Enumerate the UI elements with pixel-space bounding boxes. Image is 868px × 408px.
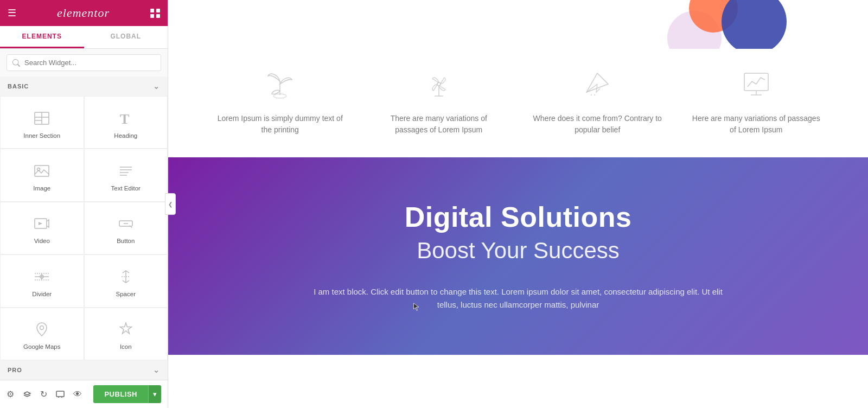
heading-icon: T	[117, 109, 135, 128]
sidebar-tabs: ELEMENTS GLOBAL	[0, 26, 168, 49]
canvas-top-deco	[168, 0, 868, 49]
widget-divider[interactable]: Divider	[0, 254, 84, 307]
widget-divider-label: Divider	[32, 291, 52, 297]
google-maps-icon	[33, 320, 50, 339]
basic-section-header[interactable]: BASIC ⌄	[0, 76, 168, 96]
widget-video-label: Video	[34, 238, 50, 244]
sidebar-bottom: ⚙ ↻ 👁 PUBLISH ▾	[0, 380, 168, 408]
elementor-logo: elementor	[57, 6, 110, 20]
svg-rect-34	[744, 73, 768, 91]
icon-widget-icon	[117, 320, 135, 339]
divider-icon	[33, 267, 50, 286]
hero-section: Digital Solutions Boost Your Success I a…	[168, 157, 868, 355]
search-input[interactable]	[7, 54, 161, 71]
widget-inner-section[interactable]: Inner Section	[0, 96, 84, 149]
widget-google-maps-label: Google Maps	[23, 343, 60, 350]
spacer-icon	[117, 267, 135, 286]
widget-icon[interactable]: Icon	[84, 308, 168, 360]
tab-elements[interactable]: ELEMENTS	[0, 26, 84, 48]
feature-text-2: Where does it come from? Contrary to pop…	[532, 113, 662, 136]
feature-icon-monitor-chart	[737, 65, 775, 103]
widget-button-label: Button	[117, 238, 135, 244]
preview-icon[interactable]: 👁	[73, 390, 82, 399]
feature-text-0: Lorem Ipsum is simply dummy text of the …	[215, 113, 345, 136]
hero-title: Digital Solutions	[405, 201, 632, 233]
sidebar: ☰ elementor ELEMENTS GLOBAL BASIC ⌄	[0, 0, 168, 408]
inner-section-icon	[33, 109, 50, 128]
image-icon	[33, 161, 50, 181]
widget-button[interactable]: Button	[84, 202, 168, 254]
responsive-icon[interactable]	[56, 389, 65, 400]
widget-icon-label: Icon	[120, 343, 132, 350]
deco-circle-blue	[722, 0, 787, 49]
svg-point-27	[437, 82, 441, 86]
svg-rect-23	[56, 391, 64, 397]
grid-icon[interactable]	[150, 9, 160, 18]
svg-rect-5	[35, 165, 49, 176]
feature-text-3: Here are many variations of passages of …	[691, 113, 821, 136]
hero-body: I am text block. Click edit button to ch…	[307, 285, 730, 311]
sidebar-header: ☰ elementor	[0, 0, 168, 26]
text-editor-icon	[117, 161, 135, 181]
basic-chevron-icon: ⌄	[153, 82, 160, 91]
hamburger-icon[interactable]: ☰	[8, 7, 16, 19]
tab-global[interactable]: GLOBAL	[84, 26, 168, 48]
feature-text-1: There are many variations of passages of…	[374, 113, 504, 136]
feature-icon-plant	[261, 65, 299, 103]
basic-section-label: BASIC	[8, 83, 29, 90]
svg-text:T: T	[120, 111, 129, 127]
button-icon	[117, 214, 135, 233]
feature-icon-pinwheel	[420, 65, 458, 103]
widgets-grid: Inner Section T Heading Image	[0, 96, 168, 360]
widget-spacer[interactable]: Spacer	[84, 254, 168, 307]
widget-image[interactable]: Image	[0, 149, 84, 201]
feature-item-3: Here are many variations of passages of …	[691, 65, 821, 136]
publish-button[interactable]: PUBLISH	[93, 385, 148, 403]
sidebar-collapse-handle[interactable]: ❮	[165, 193, 176, 215]
video-icon	[33, 214, 50, 233]
layers-icon[interactable]	[23, 389, 31, 400]
svg-marker-30	[586, 73, 608, 92]
feature-item-2: Where does it come from? Contrary to pop…	[532, 65, 662, 136]
pro-chevron-icon: ⌄	[153, 366, 160, 374]
svg-point-22	[40, 326, 44, 330]
feature-item-0: Lorem Ipsum is simply dummy text of the …	[215, 65, 345, 136]
bottom-icons: ⚙ ↻ 👁	[7, 389, 82, 400]
widget-heading[interactable]: T Heading	[84, 96, 168, 149]
pro-section-label: PRO	[8, 367, 22, 373]
widget-video[interactable]: Video	[0, 202, 84, 254]
publish-arrow-button[interactable]: ▾	[148, 385, 161, 403]
canvas: Lorem Ipsum is simply dummy text of the …	[168, 0, 868, 408]
widget-spacer-label: Spacer	[116, 291, 136, 297]
pro-section-header[interactable]: PRO ⌄	[0, 360, 168, 380]
feature-item-1: There are many variations of passages of…	[374, 65, 504, 136]
hero-subtitle: Boost Your Success	[417, 238, 620, 264]
publish-group: PUBLISH ▾	[93, 385, 161, 403]
widget-text-editor[interactable]: Text Editor	[84, 149, 168, 201]
features-row: Lorem Ipsum is simply dummy text of the …	[168, 49, 868, 157]
feature-icon-paper-plane	[578, 65, 616, 103]
history-icon[interactable]: ↻	[40, 389, 47, 399]
canvas-inner: Lorem Ipsum is simply dummy text of the …	[168, 0, 868, 408]
svg-marker-12	[39, 222, 42, 225]
settings-icon[interactable]: ⚙	[7, 389, 14, 399]
svg-line-31	[586, 84, 597, 92]
widget-inner-section-label: Inner Section	[23, 132, 60, 139]
widget-text-editor-label: Text Editor	[111, 185, 141, 192]
widget-google-maps[interactable]: Google Maps	[0, 308, 84, 360]
search-bar	[0, 49, 168, 76]
widget-heading-label: Heading	[114, 132, 137, 139]
widget-image-label: Image	[33, 185, 50, 192]
